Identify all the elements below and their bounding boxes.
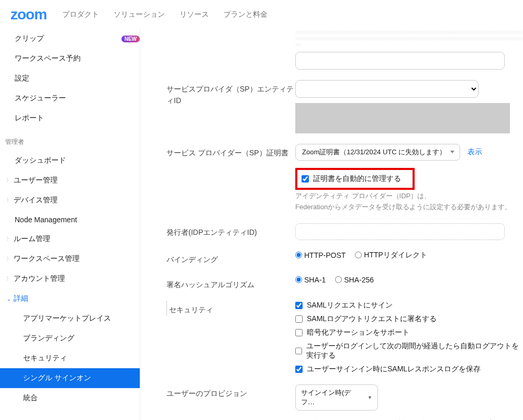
sp-cert-label: サービス プロバイダー（SP）証明書	[166, 144, 295, 158]
content-pane: xxxxxxxxxxxxxxxxxxxxxxxxxxxxxxxxxxxxxxxx…	[140, 29, 523, 420]
radio-label: SHA-1	[304, 276, 326, 284]
sec-opt-checkbox[interactable]	[295, 366, 303, 373]
sidebar-item-label: シングル サインオン	[23, 373, 91, 383]
sidebar-item-label: 統合	[23, 393, 38, 403]
redacted-block	[295, 103, 510, 133]
sidebar-item-label: ワークスペース管理	[14, 254, 80, 264]
sp-url-input[interactable]	[295, 52, 505, 70]
sidebar-item-label: セキュリティ	[23, 354, 67, 363]
sec-opt-checkbox[interactable]	[295, 302, 303, 309]
sidebar-item-label: ダッシュボード	[15, 156, 66, 165]
nav-product[interactable]: プロダクト	[62, 10, 99, 19]
binding-http-redirect-radio[interactable]	[355, 252, 362, 258]
auto-manage-desc-top: アイデンティティ プロバイダー（IDP）は、	[295, 191, 523, 202]
issuer-input[interactable]	[295, 223, 505, 240]
sidebar-item-label: アカウント管理	[14, 274, 65, 283]
sidebar-item-label: 詳細	[14, 294, 28, 303]
hash-sha1-radio[interactable]	[295, 276, 302, 283]
radio-label: HTTPリダイレクト	[364, 251, 427, 260]
sp-entity-label: サービスプロバイダ（SP）エンティティID	[166, 80, 295, 107]
sidebar-item-node-mgmt[interactable]: Node Management	[0, 210, 140, 229]
radio-label: SHA-256	[344, 276, 374, 284]
binding-http-redirect[interactable]: HTTPリダイレクト	[355, 251, 427, 260]
sec-opt-checkbox[interactable]	[295, 329, 303, 336]
sidebar-item-account-mgmt[interactable]: 〉アカウント管理	[0, 269, 140, 289]
issuer-label: 発行者(IDPエンティティID)	[166, 223, 295, 238]
nav-resource[interactable]: リソース	[180, 10, 209, 19]
sidebar: クリップ NEW ワークスペース予約 設定 スケジューラー レポート 管理者 ダ…	[0, 29, 140, 420]
binding-label: バインディング	[166, 251, 295, 265]
sidebar-item-report[interactable]: レポート	[0, 108, 140, 128]
provision-label: ユーザーのプロビジョン	[166, 384, 295, 399]
sidebar-section-admin: 管理者	[0, 128, 140, 151]
sidebar-item-branding[interactable]: ブランディング	[0, 328, 140, 348]
checkbox-label: SAMLログアウトリクエストに署名する	[307, 314, 437, 324]
sidebar-item-label: レポート	[15, 113, 44, 123]
sidebar-item-user-mgmt[interactable]: 〉ユーザー管理	[0, 171, 140, 190]
radio-label: HTTP-POST	[304, 251, 346, 259]
chevron-down-icon: ▼	[368, 395, 372, 400]
new-badge: NEW	[121, 36, 140, 42]
provision-select[interactable]: サインイン時(デフ… ▼	[295, 384, 378, 411]
nav-pricing[interactable]: プランと料金	[224, 10, 268, 19]
checkbox-label: SAMLリクエストにサイン	[307, 301, 393, 310]
topbar: zoom プロダクト ソリューション リソース プランと料金	[0, 0, 523, 29]
sidebar-item-dashboard[interactable]: ダッシュボード	[0, 151, 140, 171]
sidebar-item-label: ルーム管理	[14, 234, 50, 244]
sidebar-item-detail[interactable]: ⌄詳細	[0, 289, 140, 309]
sidebar-item-label: アプリマーケットプレイス	[23, 314, 111, 323]
sec-opt-checkbox[interactable]	[295, 347, 302, 355]
hash-sha256-radio[interactable]	[335, 276, 342, 283]
chevron-right-icon: 〉	[5, 255, 13, 263]
binding-http-post[interactable]: HTTP-POST	[295, 251, 346, 259]
sidebar-item-app-marketplace[interactable]: アプリマーケットプレイス	[0, 309, 140, 328]
sidebar-item-workspace-res[interactable]: ワークスペース予約	[0, 49, 140, 69]
sec-opt-encrypt-assertion[interactable]: 暗号化アサーションをサポート	[295, 328, 523, 337]
sidebar-item-settings[interactable]: 設定	[0, 69, 140, 88]
top-nav: プロダクト ソリューション リソース プランと料金	[62, 10, 268, 19]
checkbox-label: ユーザーがログインして次の期間が経過したら自動ログアウトを実行する	[306, 342, 523, 360]
auto-manage-label: 証明書を自動的に管理する	[313, 174, 401, 184]
view-cert-link[interactable]: 表示	[468, 147, 482, 157]
sidebar-item-integration[interactable]: 統合	[0, 388, 140, 408]
sidebar-item-device-mgmt[interactable]: 〉デバイス管理	[0, 190, 140, 210]
sp-entity-select[interactable]	[295, 80, 479, 98]
chevron-right-icon: 〉	[5, 235, 13, 243]
sidebar-item-label: 設定	[15, 74, 29, 83]
chevron-right-icon: 〉	[5, 177, 13, 184]
provision-value: サインイン時(デフ…	[301, 388, 363, 407]
hash-sha1[interactable]: SHA-1	[295, 276, 326, 284]
checkbox-label: ユーザーサインイン時にSAMLレスポンスログを保存	[307, 365, 481, 374]
sp-cert-select[interactable]: Zoom証明書（12/31/2024 UTC に失効します）	[295, 144, 460, 161]
sec-opt-sign-logout[interactable]: SAMLログアウトリクエストに署名する	[295, 314, 523, 324]
sidebar-item-label: ユーザー管理	[14, 176, 58, 185]
sidebar-item-security[interactable]: セキュリティ	[0, 348, 140, 368]
highlight-box: 証明書を自動的に管理する	[295, 168, 415, 190]
sp-cert-value: Zoom証明書（12/31/2024 UTC に失効します）	[302, 147, 446, 157]
sidebar-item-room-mgmt[interactable]: 〉ルーム管理	[0, 229, 140, 249]
zoom-logo: zoom	[10, 6, 47, 23]
sidebar-item-sso[interactable]: シングル サインオン	[0, 368, 140, 388]
auto-manage-checkbox[interactable]	[302, 175, 309, 183]
chevron-right-icon: 〉	[5, 197, 13, 204]
redacted-text: xxxxxxxxxxxxxxxxxxxxxxxxxxxxxxxxxxxxxxxx…	[295, 29, 523, 50]
security-options: SAMLリクエストにサイン SAMLログアウトリクエストに署名する 暗号化アサー…	[295, 301, 523, 374]
sidebar-item-label: ブランディング	[23, 334, 74, 343]
sec-opt-sign-request[interactable]: SAMLリクエストにサイン	[295, 301, 523, 310]
security-label: セキュリティ	[166, 301, 295, 315]
hash-sha256[interactable]: SHA-256	[335, 276, 374, 284]
sec-opt-checkbox[interactable]	[295, 315, 303, 323]
sidebar-item-label: デバイス管理	[14, 196, 58, 205]
checkbox-label: 暗号化アサーションをサポート	[307, 328, 409, 337]
sec-opt-save-response-log[interactable]: ユーザーサインイン時にSAMLレスポンスログを保存	[295, 365, 523, 374]
sec-opt-auto-logout[interactable]: ユーザーがログインして次の期間が経過したら自動ログアウトを実行する	[295, 342, 523, 360]
sidebar-item-clip[interactable]: クリップ NEW	[0, 29, 140, 49]
binding-http-post-radio[interactable]	[295, 252, 302, 258]
sidebar-item-workspace-mgmt[interactable]: 〉ワークスペース管理	[0, 249, 140, 269]
sidebar-item-label: ワークスペース予約	[15, 54, 81, 63]
auto-manage-desc: Federationからメタデータを受け取るように設定する必要があります。	[295, 202, 523, 213]
nav-solution[interactable]: ソリューション	[114, 10, 165, 19]
sidebar-item-scheduler[interactable]: スケジューラー	[0, 88, 140, 108]
provision-desc: ユーザーがSSOでサインインする前にお使いのアカウントで作成されるか、成されるか…	[295, 418, 523, 420]
chevron-right-icon: 〉	[5, 275, 13, 282]
